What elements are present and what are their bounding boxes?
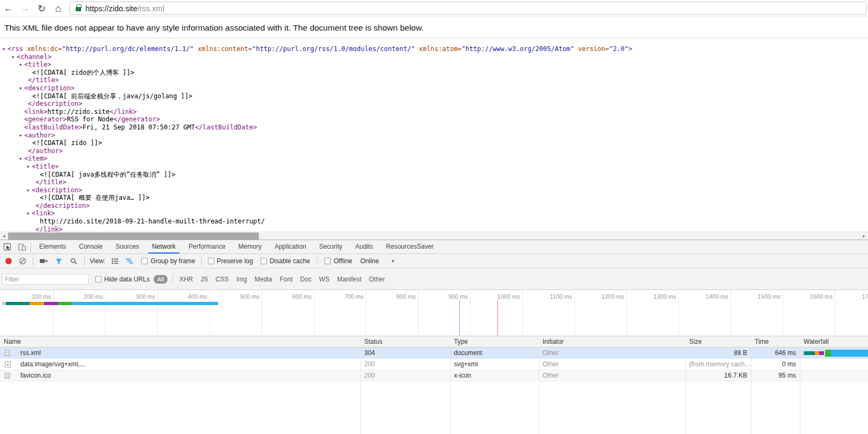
filter-type-ws[interactable]: WS (319, 276, 329, 283)
devtools-tab-audits[interactable]: Audits (350, 240, 378, 254)
checkbox-icon[interactable] (141, 258, 148, 264)
xml-token-tag: </description> (35, 202, 90, 209)
expander-icon[interactable]: ▼ (3, 46, 8, 54)
checkbox-icon[interactable] (95, 276, 102, 283)
inspect-element-icon[interactable] (0, 240, 15, 254)
column-divider[interactable] (539, 336, 539, 434)
clear-icon[interactable] (17, 255, 28, 267)
xml-line: ▼<title> (0, 61, 868, 69)
xml-token-text: <![CDATA[ zido的个人博客 ]]> (32, 69, 134, 76)
network-overview[interactable]: 100 ms200 ms300 ms400 ms500 ms600 ms700 … (0, 290, 868, 336)
record-icon[interactable] (5, 258, 12, 264)
home-icon[interactable]: ⌂ (50, 3, 67, 15)
expander-icon[interactable]: ▼ (27, 210, 32, 218)
xml-line: http://zido.site/2018-09-21-handle-muilt… (0, 218, 868, 226)
expander-icon[interactable]: ▼ (19, 85, 24, 93)
forward-icon[interactable]: → (17, 3, 33, 14)
network-row-favicon.ico[interactable]: favicon.ico200x-iconOther16.7 KB95 ms (0, 370, 868, 381)
column-header-name[interactable]: Name (0, 336, 360, 348)
filter-type-js[interactable]: JS (200, 276, 208, 283)
xml-token-tag: <link> (32, 209, 55, 217)
filter-type-doc[interactable]: Doc (300, 276, 312, 283)
timeline-tick-label: 100 ms (19, 293, 51, 300)
network-row-data-image-svg-xml-...[interactable]: data:image/svg+xml,...▾200svg+xmlOther(f… (0, 359, 868, 370)
filter-input[interactable] (2, 274, 89, 285)
expander-icon[interactable]: ▼ (19, 61, 24, 69)
expander-icon[interactable]: ▼ (27, 187, 32, 195)
throttling-select[interactable]: Online (360, 257, 379, 265)
devtools-tab-security[interactable]: Security (314, 240, 347, 254)
filter-type-media[interactable]: Media (255, 276, 272, 283)
column-divider[interactable] (450, 336, 451, 434)
devtools-tab-network[interactable]: Network (147, 240, 180, 254)
xml-line: <![CDATA[ java多线程中的“任务取消” ]]> (0, 171, 868, 179)
column-header-time[interactable]: Time (751, 336, 800, 348)
data-url-icon[interactable]: ▾ (5, 361, 11, 367)
capture-screenshots-icon[interactable] (38, 255, 49, 267)
expander-icon[interactable]: ▼ (19, 155, 24, 163)
expander-icon[interactable]: ▼ (12, 54, 17, 62)
devtools-tab-console[interactable]: Console (74, 240, 107, 254)
column-header-waterfall[interactable]: Waterfall (800, 336, 868, 348)
column-divider[interactable] (800, 336, 800, 434)
divider (84, 257, 85, 266)
xml-token-tag: <description> (24, 84, 75, 92)
timeline-gridline (574, 290, 575, 336)
hide-data-urls-checkbox[interactable]: Hide data URLs (95, 276, 150, 283)
preserve-log-checkbox[interactable]: Preserve log (208, 257, 253, 265)
offline-checkbox[interactable]: Offline (324, 257, 352, 265)
timeline-gridline (314, 290, 314, 336)
filter-type-font[interactable]: Font (280, 276, 293, 283)
scroll-left-icon[interactable]: ◂ (0, 232, 8, 240)
devtools-tab-sources[interactable]: Sources (111, 240, 144, 254)
expander-icon[interactable]: ▼ (27, 163, 32, 171)
column-header-size[interactable]: Size (685, 336, 751, 348)
device-toolbar-icon[interactable] (15, 240, 29, 254)
network-toolbar: View: Group by frame Preserve log Disabl… (0, 254, 868, 269)
devtools-tab-elements[interactable]: Elements (34, 240, 71, 254)
scroll-right-icon[interactable]: ▸ (860, 232, 868, 240)
filter-type-css[interactable]: CSS (215, 276, 229, 283)
devtools-tab-performance[interactable]: Performance (184, 240, 230, 254)
divider (31, 242, 31, 251)
column-divider[interactable] (751, 336, 751, 434)
reload-icon[interactable]: ↻ (33, 3, 50, 15)
devtools-tab-resourcessaver[interactable]: ResourcesSaver (381, 240, 439, 254)
scrollbar-thumb[interactable] (8, 233, 259, 240)
filter-icon[interactable] (53, 255, 64, 267)
waterfall-view-icon[interactable] (124, 255, 135, 267)
divider (33, 257, 33, 266)
group-by-frame-label: Group by frame (150, 257, 195, 265)
horizontal-scrollbar[interactable]: ◂ ▸ (0, 232, 868, 240)
view-label: View: (90, 257, 105, 265)
xml-token-text: RSS for Node (67, 115, 113, 123)
column-header-initiator[interactable]: Initiator (539, 336, 685, 348)
checkbox-icon[interactable] (324, 258, 331, 264)
secure-lock-icon[interactable] (76, 7, 81, 11)
column-header-type[interactable]: Type (450, 336, 539, 348)
devtools-tab-memory[interactable]: Memory (234, 240, 266, 254)
filter-type-other[interactable]: Other (369, 276, 385, 283)
filter-type-all[interactable]: All (154, 275, 168, 284)
chevron-down-icon[interactable]: ▼ (390, 259, 395, 264)
devtools-tab-application[interactable]: Application (270, 240, 311, 254)
xml-line: ▼<description> (0, 84, 868, 92)
column-header-status[interactable]: Status (360, 336, 450, 348)
disable-cache-checkbox[interactable]: Disable cache (261, 257, 310, 265)
group-by-frame-checkbox[interactable]: Group by frame (141, 257, 195, 265)
column-divider[interactable] (685, 336, 686, 434)
expander-icon[interactable]: ▼ (19, 132, 24, 140)
address-bar[interactable]: https://zido.site/rss.xml (69, 2, 866, 15)
checkbox-icon[interactable] (261, 258, 267, 264)
filter-type-xhr[interactable]: XHR (179, 276, 193, 283)
back-icon[interactable]: ← (0, 3, 17, 14)
search-icon[interactable] (68, 255, 79, 267)
timeline-tick-label: 1200 ms (592, 293, 624, 300)
list-view-icon[interactable] (109, 255, 121, 267)
network-row-rss.xml[interactable]: rss.xml304documentOther88 B646 ms (0, 348, 868, 359)
filter-type-manifest[interactable]: Manifest (337, 276, 361, 283)
column-divider[interactable] (360, 336, 361, 434)
waterfall-segment (804, 351, 815, 355)
filter-type-img[interactable]: Img (236, 276, 247, 283)
checkbox-icon[interactable] (208, 258, 214, 264)
